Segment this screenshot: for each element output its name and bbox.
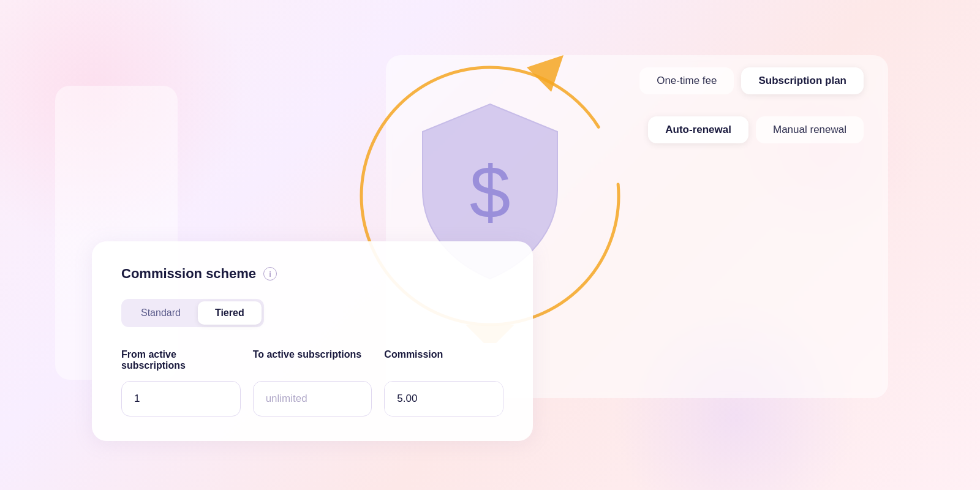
tabs-row-1: One-time fee Subscription plan: [639, 67, 864, 94]
main-container: One-time fee Subscription plan Auto-rene…: [92, 37, 888, 453]
scheme-toggle: Standard Tiered: [121, 299, 264, 327]
tabs-row-2: Auto-renewal Manual renewal: [648, 116, 864, 143]
tab-one-time-fee[interactable]: One-time fee: [639, 67, 734, 94]
col-header-from: From active subscriptions: [121, 349, 241, 371]
col-header-commission: Commission: [384, 349, 503, 371]
scheme-standard-btn[interactable]: Standard: [124, 301, 198, 325]
commission-value-input[interactable]: [385, 382, 503, 416]
table-headers: From active subscriptions To active subs…: [121, 349, 503, 371]
tab-subscription-plan[interactable]: Subscription plan: [741, 67, 864, 94]
content-card: Commission scheme i Standard Tiered From…: [92, 241, 533, 441]
from-subscriptions-input[interactable]: [121, 381, 241, 417]
commission-scheme-title: Commission scheme: [121, 266, 256, 282]
commission-scheme-header: Commission scheme i: [121, 266, 503, 282]
tab-auto-renewal[interactable]: Auto-renewal: [648, 116, 748, 143]
col-header-to: To active subscriptions: [253, 349, 372, 371]
to-subscriptions-input[interactable]: [253, 381, 372, 417]
table-row: %: [121, 381, 503, 417]
scheme-tiered-btn[interactable]: Tiered: [198, 301, 262, 325]
info-icon[interactable]: i: [263, 267, 277, 281]
commission-input-wrapper: %: [384, 381, 503, 417]
tab-manual-renewal[interactable]: Manual renewal: [756, 116, 864, 143]
